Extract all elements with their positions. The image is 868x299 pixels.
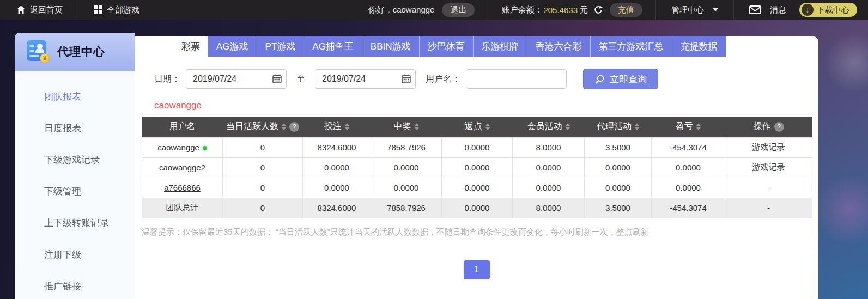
username-input[interactable] (466, 69, 567, 89)
col-username: 用户名 (142, 117, 223, 137)
sort-control[interactable] (345, 123, 349, 130)
messages-label: 消息 (770, 5, 786, 15)
date-to-input[interactable] (315, 69, 416, 89)
sort-control[interactable] (415, 123, 419, 130)
col-member-activity: 会员活动 (513, 117, 585, 137)
tab-hk-mark6[interactable]: 香港六合彩 (527, 36, 591, 57)
download-center-label: 下载中心 (817, 5, 849, 15)
admin-center-label: 管理中心 (671, 5, 704, 15)
sort-control[interactable] (635, 123, 639, 130)
balance-unit: 元 (580, 5, 588, 15)
sort-control[interactable] (485, 123, 490, 130)
team-report-table: 用户名 当日活跃人数? 投注 中奖 返点 会员活动 代理活动 盈亏 操作? ca… (142, 117, 812, 218)
main-panel: 彩票 AG游戏 PT游戏 AG捕鱼王 BBIN游戏 沙巴体育 乐游棋牌 香港六合… (135, 36, 818, 299)
col-profit: 盈亏 (652, 117, 725, 137)
download-center-button[interactable]: ↓ 下载中心 (799, 3, 857, 17)
tab-third-party-summary[interactable]: 第三方游戏汇总 (591, 36, 672, 57)
sort-control[interactable] (566, 123, 570, 130)
help-icon[interactable]: ? (289, 122, 299, 132)
filter-bar: 日期： 至 用户名： 立即查询 (154, 69, 818, 89)
sort-control[interactable] (696, 123, 701, 130)
tab-saba-sports[interactable]: 沙巴体育 (420, 36, 474, 57)
home-icon (16, 5, 26, 14)
pagination: 1 (135, 260, 818, 279)
tab-bbin-games[interactable]: BBIN游戏 (362, 36, 420, 57)
tab-deposit-withdraw-data[interactable]: 充提数据 (672, 36, 726, 57)
sidebar-nav: 团队报表 日度报表 下级游戏记录 下级管理 上下级转账记录 注册下级 推广链接 (15, 71, 135, 299)
col-active-count: 当日活跃人数? (223, 117, 303, 137)
help-icon[interactable]: ? (774, 122, 784, 132)
calendar-icon[interactable] (272, 74, 282, 83)
col-rebate: 返点 (442, 117, 513, 137)
calendar-icon[interactable] (402, 74, 411, 83)
topbar-divider (733, 0, 734, 20)
cell-username: caowangge2 (142, 157, 223, 178)
table-row: caowangge2 0 0.0000 0.0000 0.0000 0.0000… (142, 157, 812, 178)
col-action: 操作? (725, 117, 812, 137)
sidebar-item-daily-report[interactable]: 日度报表 (15, 112, 135, 144)
home-link[interactable]: 返回首页 (14, 5, 65, 15)
envelope-icon (749, 5, 761, 14)
online-dot (203, 146, 207, 150)
sort-control[interactable] (282, 123, 286, 130)
col-agent-activity: 代理活动 (585, 117, 652, 137)
home-label: 返回首页 (30, 5, 63, 15)
sidebar-item-transfer-records[interactable]: 上下级转账记录 (15, 207, 135, 239)
tab-pt-games[interactable]: PT游戏 (257, 36, 305, 57)
to-label: 至 (296, 74, 305, 85)
messages-link[interactable]: 消息 (747, 5, 788, 15)
tip-note: 温馨提示：仅保留最近35天的数据； “当日活跃人数”只统计当天的活跃人数数据，不… (142, 227, 818, 237)
game-records-link[interactable]: 游戏记录 (752, 162, 785, 172)
greeting-text: 你好，caowangge (368, 5, 435, 15)
topbar-divider (78, 0, 78, 20)
sidebar-header: ¥ 代理中心 (15, 33, 135, 71)
admin-center-menu[interactable]: 管理中心 (669, 5, 720, 15)
username-label: 用户名： (426, 74, 460, 85)
game-records-link[interactable]: 游戏记录 (752, 142, 785, 151)
balance-value: 205.4633 (543, 5, 578, 15)
sidebar-title: 代理中心 (57, 44, 105, 59)
sidebar-item-sub-game-records[interactable]: 下级游戏记录 (15, 144, 135, 175)
date-label: 日期： (154, 74, 180, 85)
game-tabs: 彩票 AG游戏 PT游戏 AG捕鱼王 BBIN游戏 沙巴体育 乐游棋牌 香港六合… (135, 36, 818, 57)
sidebar-item-register-sub[interactable]: 注册下级 (15, 239, 135, 270)
col-win: 中奖 (371, 117, 442, 137)
balance-label: 账户余额： (501, 5, 542, 15)
search-button-label: 立即查询 (610, 73, 647, 86)
search-button[interactable]: 立即查询 (583, 69, 658, 89)
col-bet: 投注 (303, 117, 371, 137)
cell-username: 团队总计 (142, 198, 223, 218)
table-total-row: 团队总计 0 8324.6000 7858.7926 0.0000 8.0000… (142, 198, 812, 218)
recharge-button[interactable]: 充值 (610, 3, 642, 17)
tab-lottery[interactable]: 彩票 (173, 36, 208, 57)
sidebar-item-promo-links[interactable]: 推广链接 (15, 270, 135, 299)
page-button-1[interactable]: 1 (464, 260, 490, 279)
current-agent-name: caowangge (154, 100, 818, 111)
all-games-label: 全部游戏 (107, 5, 139, 15)
refresh-balance-icon[interactable] (593, 5, 603, 15)
sidebar-item-sub-management[interactable]: 下级管理 (15, 175, 135, 207)
tab-ag-games[interactable]: AG游戏 (208, 36, 257, 57)
sidebar: ¥ 代理中心 团队报表 日度报表 下级游戏记录 下级管理 上下级转账记录 注册下… (15, 33, 135, 299)
download-icon: ↓ (802, 4, 814, 16)
sidebar-item-team-report[interactable]: 团队报表 (15, 81, 135, 112)
topbar-divider (655, 0, 656, 20)
cell-username: caowangge (142, 137, 223, 157)
table-row: a7666866 0 0.0000 0.0000 0.0000 0.0000 0… (142, 178, 812, 198)
all-games-link[interactable]: 全部游戏 (92, 5, 142, 15)
cell-username: a7666866 (142, 178, 223, 198)
tab-leyou-chess[interactable]: 乐游棋牌 (474, 36, 527, 57)
sub-agent-link[interactable]: a7666866 (164, 183, 201, 192)
date-from-input[interactable] (186, 69, 287, 89)
search-icon (594, 74, 605, 84)
chevron-down-icon (713, 8, 718, 11)
topbar: 返回首页 全部游戏 你好，caowangge 退出 账户余额： 205.4633… (0, 0, 868, 20)
topbar-divider (488, 0, 488, 20)
logout-button[interactable]: 退出 (442, 3, 475, 17)
grid-icon (94, 5, 102, 14)
agent-center-icon: ¥ (27, 40, 50, 63)
table-header-row: 用户名 当日活跃人数? 投注 中奖 返点 会员活动 代理活动 盈亏 操作? (142, 117, 812, 137)
tab-ag-fishing[interactable]: AG捕鱼王 (304, 36, 362, 57)
agent-center-screen: 返回首页 全部游戏 你好，caowangge 退出 账户余额： 205.4633… (0, 0, 868, 299)
table-row: caowangge 0 8324.6000 7858.7926 0.0000 8… (142, 137, 812, 157)
